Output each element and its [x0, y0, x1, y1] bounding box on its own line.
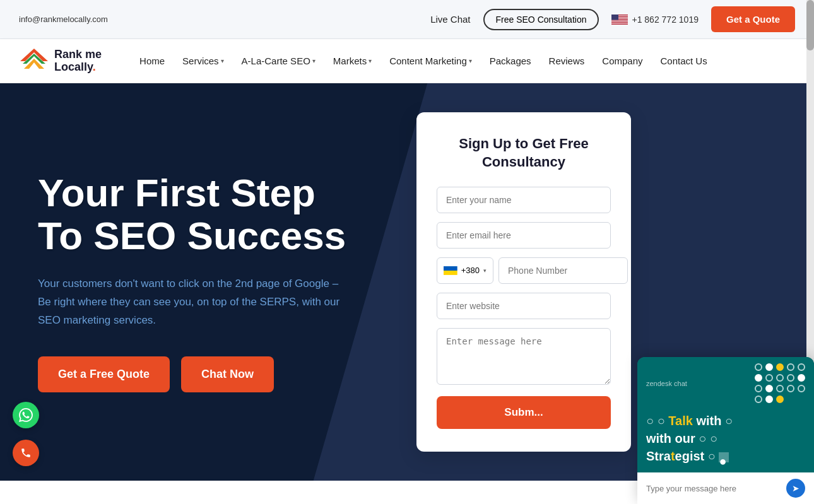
logo-icon	[19, 47, 49, 75]
free-seo-button[interactable]: Free SEO Consultation	[483, 9, 599, 30]
nav-company[interactable]: Company	[602, 56, 642, 66]
nav-reviews[interactable]: Reviews	[549, 56, 585, 66]
zendesk-header: zendesk chat	[637, 357, 814, 407]
dot-15	[798, 385, 805, 392]
chevron-down-icon: ▾	[312, 57, 316, 64]
svg-rect-18	[444, 271, 457, 275]
svg-rect-13	[611, 15, 618, 20]
nav-markets[interactable]: Markets ▾	[333, 56, 372, 66]
zendesk-send-button[interactable]: ➤	[786, 479, 805, 481]
dot-12	[765, 385, 773, 392]
scrollbar-thumb[interactable]	[806, 0, 814, 50]
zendesk-brand-label: zendesk chat	[646, 380, 750, 387]
signup-form-panel: Sign Up to Get Free Consultancy +380 ▾ S…	[416, 112, 631, 451]
live-chat-link[interactable]: Live Chat	[430, 14, 470, 25]
whatsapp-icon	[19, 408, 33, 422]
phone-icon	[20, 447, 32, 459]
top-bar-right: Live Chat Free SEO Consultation +1 862 7…	[430, 6, 795, 32]
dot-2	[765, 363, 773, 371]
nav-services[interactable]: Services ▾	[182, 56, 224, 66]
zendesk-dots-row4: ○	[708, 449, 716, 463]
dot-10	[798, 374, 805, 382]
zendesk-chat-widget[interactable]: zendesk chat ○ ○ Talk with ○	[637, 357, 814, 481]
dot-1	[755, 363, 762, 371]
nav-alacarte[interactable]: A-La-Carte SEO ▾	[242, 56, 316, 66]
chat-now-button[interactable]: Chat Now	[181, 356, 274, 392]
dot-8	[776, 374, 784, 382]
hero-subtitle: Your customers don't want to click on th…	[38, 275, 353, 330]
phone-number-input[interactable]	[498, 257, 628, 284]
get-quote-button[interactable]: Get a Quote	[711, 6, 795, 32]
zendesk-dot-large: ●	[719, 452, 729, 462]
hero-title: Your First Step To SEO Success	[38, 172, 379, 257]
ukraine-flag-icon	[444, 266, 457, 275]
hero-content: Your First Step To SEO Success Your cust…	[0, 134, 416, 430]
submit-button[interactable]: Subm...	[437, 396, 611, 429]
dot-5	[798, 363, 805, 371]
dot-3	[776, 363, 784, 371]
dot-4	[787, 363, 794, 371]
svg-rect-12	[611, 23, 628, 24]
chevron-down-icon: ▾	[469, 57, 472, 64]
nav-contact[interactable]: Contact Us	[661, 56, 707, 66]
logo-text: Rank me Locally.	[54, 49, 102, 74]
phone-float-button[interactable]	[13, 440, 39, 466]
zendesk-message-text: ○ ○ Talk with ○ with our ○ ○ Strategist …	[646, 412, 805, 465]
zendesk-with-our: with our	[646, 431, 695, 445]
whatsapp-float-button[interactable]	[13, 402, 39, 428]
dot-6	[755, 374, 762, 382]
nav-content-marketing[interactable]: Content Marketing ▾	[389, 56, 472, 66]
phone-code: +380	[461, 266, 480, 275]
chevron-down-icon: ▾	[221, 57, 224, 64]
logo[interactable]: Rank me Locally.	[19, 47, 102, 75]
hero-buttons: Get a Free Quote Chat Now	[38, 356, 379, 392]
name-input[interactable]	[437, 187, 611, 213]
email-input[interactable]	[437, 222, 611, 249]
phone-prefix-selector[interactable]: +380 ▾	[437, 257, 493, 284]
svg-rect-17	[444, 266, 457, 271]
zendesk-dot-pattern	[755, 363, 805, 403]
phone-number: +1 862 772 1019	[632, 15, 699, 25]
nav-home[interactable]: Home	[139, 56, 165, 66]
svg-rect-7	[611, 20, 628, 20]
svg-rect-9	[611, 21, 628, 22]
top-bar: info@rankmelocally.com Live Chat Free SE…	[0, 0, 814, 39]
svg-rect-10	[611, 22, 628, 23]
zendesk-strategist: Strategist	[646, 449, 704, 463]
zendesk-talk: Talk	[668, 414, 693, 428]
dot-13	[776, 385, 784, 392]
chevron-down-icon: ▾	[369, 57, 372, 64]
nav-links: Home Services ▾ A-La-Carte SEO ▾ Markets…	[139, 56, 707, 66]
dot-7	[765, 374, 773, 382]
dot-11	[755, 385, 762, 392]
prefix-chevron-icon: ▾	[483, 267, 487, 274]
website-input[interactable]	[437, 293, 611, 319]
nav-bar: Rank me Locally. Home Services ▾ A-La-Ca…	[0, 39, 814, 83]
zendesk-body: ○ ○ Talk with ○ with our ○ ○ Strategist …	[637, 407, 814, 472]
dot-14	[787, 385, 794, 392]
dot-9	[787, 374, 794, 382]
get-free-quote-button[interactable]: Get a Free Quote	[38, 356, 170, 392]
nav-packages[interactable]: Packages	[490, 56, 531, 66]
zendesk-with: with	[696, 414, 721, 428]
message-textarea[interactable]	[437, 328, 611, 385]
phone-row: +380 ▾	[437, 257, 611, 284]
svg-rect-11	[611, 23, 628, 23]
dot-17	[765, 396, 773, 403]
form-title: Sign Up to Get Free Consultancy	[437, 135, 611, 171]
zendesk-dots-row: ○ ○	[646, 414, 665, 428]
svg-rect-8	[611, 20, 628, 21]
zendesk-dots-row3: ○ ○	[699, 431, 717, 445]
us-flag-icon	[611, 15, 628, 25]
dot-16	[755, 396, 762, 403]
contact-email: info@rankmelocally.com	[19, 15, 108, 24]
phone-flag-row: +1 862 772 1019	[611, 15, 699, 25]
zendesk-dots-row2: ○	[725, 414, 733, 428]
dot-18	[776, 396, 784, 403]
zendesk-input-row: ➤	[637, 472, 814, 481]
